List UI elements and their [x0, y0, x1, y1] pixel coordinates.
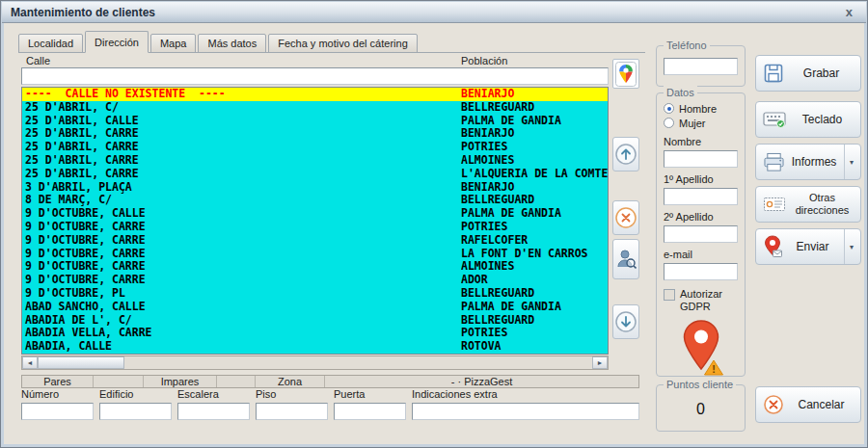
- list-item[interactable]: ABAD SANCHO, CALLE PALMA DE GANDIA: [22, 301, 608, 314]
- enviar-button[interactable]: Enviar ▾: [755, 228, 861, 265]
- gdpr-checkbox-row[interactable]: Autorizar GDPR: [664, 288, 738, 313]
- datos-field: 1º Apellido: [664, 173, 738, 205]
- list-item-calle: ABAD SANCHO, CALLE: [22, 301, 461, 314]
- scrollbar-track[interactable]: [124, 356, 592, 369]
- window-title: Mantenimiento de clientes: [11, 6, 155, 19]
- addresses-icon: [763, 195, 786, 214]
- enviar-dropdown-arrow[interactable]: ▾: [844, 229, 854, 264]
- puerta-input[interactable]: [334, 403, 406, 420]
- printer-icon: [763, 152, 785, 172]
- list-item-calle: 25 D'ABRIL, CALLE: [22, 115, 461, 128]
- apellido1-input[interactable]: [664, 188, 738, 205]
- list-item[interactable]: 25 D'ABRIL, CALLE PALMA DE GANDIA: [22, 115, 608, 128]
- save-icon: [763, 63, 784, 84]
- list-item-poblacion: POTRÍES: [461, 141, 608, 154]
- radio-hombre[interactable]: Hombre: [664, 101, 738, 116]
- list-item[interactable]: 25 D'ABRIL, CARRE POTRÍES: [22, 141, 608, 154]
- list-item-poblacion: BELLREGUARD: [461, 101, 608, 115]
- list-item[interactable]: 9 D'OCTUBRE, CARRE LA FONT D'EN CARRÒS: [22, 248, 608, 261]
- email-input[interactable]: [664, 263, 738, 280]
- cancelar-button[interactable]: Cancelar: [755, 386, 861, 423]
- gdpr-checkbox[interactable]: [664, 289, 675, 301]
- apellido2-input[interactable]: [664, 225, 738, 243]
- scroll-right-button[interactable]: ►: [592, 356, 608, 369]
- list-item[interactable]: ---- CALLE NO EXISTENTE ---- BENIARJÓ: [22, 88, 608, 101]
- pares-value: [94, 376, 144, 387]
- datos-fields: Nombre 1º Apellido 2º Apellido e-mail: [664, 136, 738, 280]
- list-item[interactable]: 9 D'OCTUBRE, CARRE RAFELCOFER: [22, 234, 608, 248]
- telefono-input[interactable]: [664, 58, 738, 75]
- list-item[interactable]: 9 D'OCTUBRE, CARRE ALMOINES: [22, 260, 608, 274]
- telefono-label: Teléfono: [664, 39, 710, 52]
- list-item-calle: 25 D'ABRIL, CARRE: [22, 154, 461, 168]
- dialog-mantenimiento-clientes: Mantenimiento de clientes x Localidad Di…: [0, 0, 868, 448]
- nombre-input[interactable]: [664, 150, 738, 168]
- tab-label: Dirección: [95, 37, 139, 48]
- list-item-poblacion: POTRÍES: [461, 327, 608, 340]
- scroll-down-button[interactable]: [612, 304, 639, 339]
- radio-mujer[interactable]: Mujer: [664, 116, 738, 130]
- street-list[interactable]: ---- CALLE NO EXISTENTE ---- BENIARJÓ 25…: [21, 87, 609, 355]
- list-item[interactable]: 25 D'ABRIL, C/ BELLREGUARD: [22, 101, 608, 115]
- list-item[interactable]: 25 D'ABRIL, CARRE L'ALQUERIA DE LA COMTE…: [22, 168, 608, 181]
- tab-label: Más datos: [207, 38, 257, 49]
- list-item[interactable]: 25 D'ABRIL, CARRE BENIARJÓ: [22, 127, 608, 141]
- scrollbar-thumb[interactable]: [38, 356, 124, 369]
- escalera-input[interactable]: [177, 403, 250, 420]
- list-item-poblacion: PALMA DE GANDIA: [461, 207, 608, 221]
- list-item-calle: ---- CALLE NO EXISTENTE ----: [22, 88, 461, 101]
- list-item[interactable]: 9 D'OCTUBRE, CARRE POTRÍES: [22, 221, 608, 234]
- tab-mas-datos[interactable]: Más datos: [198, 34, 266, 53]
- list-item-poblacion: PALMA DE GANDIA: [461, 301, 608, 314]
- list-item[interactable]: ABADIA DE L', C/ BELLREGUARD: [22, 314, 608, 328]
- puntos-cliente-label: Puntos cliente: [664, 378, 736, 391]
- scroll-left-button[interactable]: ◄: [22, 356, 38, 369]
- cross-circle-icon: [614, 206, 637, 229]
- close-button[interactable]: x: [841, 5, 857, 19]
- teclado-button[interactable]: Teclado: [755, 101, 861, 138]
- tab-mapa[interactable]: Mapa: [150, 34, 197, 53]
- list-item[interactable]: 9 D'OCTUBRE, CARRE ADOR: [22, 274, 608, 287]
- brand-text: - · PizzaGest: [325, 376, 638, 387]
- list-item-poblacion: L'ALQUERIA DE LA COMTESSA: [461, 168, 608, 181]
- indicaciones-extra-input[interactable]: [412, 403, 639, 420]
- address-field: Edificio: [99, 388, 172, 420]
- informes-button[interactable]: Informes ▾: [755, 144, 861, 180]
- list-item[interactable]: 8 DE MARÇ, C/ BELLREGUARD: [22, 194, 608, 207]
- piso-input[interactable]: [256, 403, 328, 420]
- edificio-input[interactable]: [99, 403, 172, 420]
- puntos-cliente-group: Puntos cliente 0: [656, 384, 746, 432]
- list-item[interactable]: 9 D'OCTUBRE, CALLE PALMA DE GANDIA: [22, 207, 608, 221]
- impares-label: Impares: [144, 376, 217, 387]
- delete-entry-button[interactable]: [612, 200, 639, 235]
- street-search-input[interactable]: [21, 67, 609, 85]
- list-item[interactable]: 9 D'OCTUBRE, PL BELLREGUARD: [22, 287, 608, 301]
- list-item[interactable]: 25 D'ABRIL, CARRE ALMOINES: [22, 154, 608, 168]
- list-item-poblacion: BELLREGUARD: [461, 314, 608, 328]
- tab-localidad[interactable]: Localidad: [18, 34, 83, 53]
- svg-text:!: !: [712, 363, 716, 375]
- tab-direccion[interactable]: Dirección: [85, 31, 149, 53]
- list-item-calle: 9 D'OCTUBRE, CARRE: [22, 260, 461, 274]
- address-fields: Número Edificio Escalera Piso Puerta Ind…: [21, 388, 639, 420]
- list-item-calle: 9 D'OCTUBRE, CALLE: [22, 207, 461, 221]
- client-search-button[interactable]: [612, 239, 639, 279]
- list-item-poblacion: RÓTOVA: [461, 340, 608, 354]
- tab-fecha-motivo-catering[interactable]: Fecha y motivo del cátering: [268, 34, 418, 53]
- scroll-up-button[interactable]: [612, 137, 639, 171]
- title-bar[interactable]: Mantenimiento de clientes x: [2, 2, 866, 23]
- grabar-button[interactable]: Grabar: [755, 55, 861, 92]
- list-item[interactable]: ABADIA, CALLE RÓTOVA: [22, 340, 608, 354]
- telefono-group: Teléfono: [656, 45, 746, 87]
- google-maps-button[interactable]: [612, 59, 639, 89]
- address-field-label: Indicaciones extra: [412, 388, 639, 400]
- list-item[interactable]: ABADIA VELLA, CARRE POTRÍES: [22, 327, 608, 340]
- informes-dropdown-arrow[interactable]: ▾: [844, 145, 854, 179]
- gdpr-label: Autorizar GDPR: [680, 288, 736, 313]
- list-item[interactable]: 3 D'ABRIL, PLAÇA BENIARJÓ: [22, 181, 608, 195]
- radio-icon: [664, 103, 674, 114]
- numero-input[interactable]: [21, 403, 94, 420]
- horizontal-scrollbar[interactable]: ◄ ►: [21, 356, 609, 370]
- radio-label: Hombre: [679, 103, 717, 115]
- otras-direcciones-button[interactable]: Otras direcciones: [755, 186, 861, 223]
